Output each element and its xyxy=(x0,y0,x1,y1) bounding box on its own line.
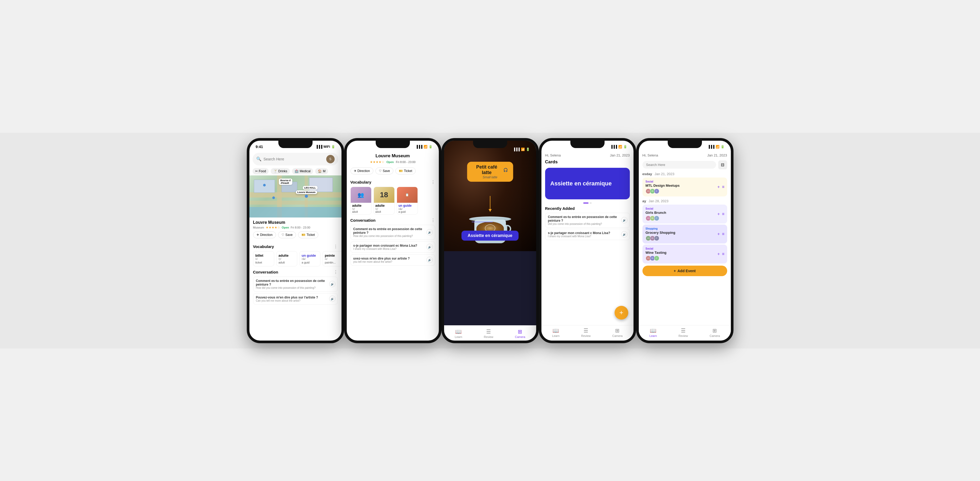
purple-flashcard[interactable]: Assiette en céramique xyxy=(545,168,630,199)
map-pin-louvre xyxy=(305,195,308,198)
p4-conv-0[interactable]: Comment es-tu entrée en possession de ce… xyxy=(545,213,630,228)
list-action-brunch[interactable]: ≡ xyxy=(722,212,724,216)
audio-btn-2-1[interactable]: 🔊 xyxy=(426,244,433,250)
mini-avatar-b3: C xyxy=(654,216,659,221)
add-action-wine[interactable]: + xyxy=(718,252,720,256)
phone-1: 9:41 ▐▐▐ WiFi 🔋 🔍 S ✂ Food 🍸 xyxy=(247,138,344,343)
vocab-img-card-3[interactable]: 📋 un guide /œ̃/ a guid xyxy=(397,187,418,214)
vocab-card-guide[interactable]: un guide /œ̃/ a guid xyxy=(299,251,320,267)
category-medical[interactable]: 🏥 Medical xyxy=(292,168,313,175)
place-name-1: Louvre Museum xyxy=(253,220,338,225)
add-action-grocery[interactable]: + xyxy=(718,232,720,237)
list-action-wine[interactable]: ≡ xyxy=(722,252,724,256)
category-more[interactable]: 🏠 M xyxy=(315,168,328,175)
filter-icon-5[interactable]: ⊟ xyxy=(718,160,727,169)
indicator-line xyxy=(472,222,493,222)
ticket-icon-1: 🎫 xyxy=(302,233,305,237)
vocab-img-card-1[interactable]: 👥 adulte /y/ adult xyxy=(350,187,371,214)
nav-camera-5[interactable]: ⊞ Camera xyxy=(710,327,720,337)
avatar-1: S xyxy=(326,155,335,164)
camera-icon-3: ⊞ xyxy=(518,329,522,335)
date-5: Jan 21, 2023 xyxy=(707,153,727,157)
conv-item-2-1[interactable]: s-je partager mon croissant ec Mona Lisa… xyxy=(350,241,435,253)
vocab-img-card-2[interactable]: 18 adulte /y/ adult xyxy=(374,187,395,214)
direction-button-1[interactable]: ✈ Direction xyxy=(253,232,276,238)
p4-header: Hi, Selena Jan 21, 2023 xyxy=(541,151,633,159)
vocab-card-billet[interactable]: billet /ɪ/ ticket xyxy=(253,251,274,267)
vocab-more-2[interactable]: ⋮ xyxy=(431,179,435,185)
p2-header: Louvre Museum xyxy=(347,151,439,160)
add-action-brunch[interactable]: + xyxy=(718,212,720,216)
wifi-icon-3: 📶 xyxy=(521,148,525,151)
map-area-1[interactable]: Bourse d-Pinault LES HALL Louvre Museum xyxy=(250,175,342,217)
direction-icon-2: ✈ xyxy=(354,169,356,173)
event-card-wine[interactable]: Social Wine Tasting A B C + ≡ xyxy=(643,244,727,264)
food-icon: ✂ xyxy=(255,169,258,173)
hours-1: Fri 8:00 - 23:00 xyxy=(291,226,310,229)
phone-4-content: Hi, Selena Jan 21, 2023 Cards Assiette e… xyxy=(541,151,633,341)
conv-item-2-2[interactable]: uvez-vous m'en dire plus sur artiste ? y… xyxy=(350,254,435,266)
nav-learn-3[interactable]: 📖 Learn xyxy=(455,329,462,338)
date-4: Jan 21, 2023 xyxy=(610,153,630,157)
add-action-meetups[interactable]: + xyxy=(718,185,720,189)
nav-camera-4[interactable]: ⊞ Camera xyxy=(612,327,622,337)
battery-icon-5: 🔋 xyxy=(721,145,725,149)
ticket-button-1[interactable]: 🎫 Ticket xyxy=(298,232,318,238)
date-sublabel-1: Jan 21, 2023 xyxy=(655,172,674,176)
fab-button-4[interactable]: + xyxy=(614,306,628,319)
conv-more-1[interactable]: ⋮ xyxy=(334,270,338,275)
avatar-stack-grocery: A B C xyxy=(646,236,659,241)
nav-learn-4[interactable]: 📖 Learn xyxy=(552,327,560,337)
latte-text: Petit café latte xyxy=(472,164,501,175)
audio-btn-1-0[interactable]: 🔊 xyxy=(329,281,336,287)
audio-btn-4-0[interactable]: 🔊 xyxy=(621,217,627,223)
direction-button-2[interactable]: ✈ Direction xyxy=(350,168,373,175)
search-bar-1[interactable]: 🔍 S xyxy=(253,153,338,165)
category-drinks[interactable]: 🍸 Drinks xyxy=(271,168,290,175)
vocab-img-phonetic-2: /y/ xyxy=(375,208,393,210)
p4-conv-1[interactable]: s-je partager mon croissant c Mona Lisa?… xyxy=(545,229,630,240)
wifi-icon-4: 📶 xyxy=(618,145,622,149)
search-input-5[interactable] xyxy=(643,161,716,168)
nav-review-5[interactable]: ☰ Review xyxy=(678,327,688,337)
nav-learn-5[interactable]: 📖 Learn xyxy=(649,327,657,337)
conv-item-1-0[interactable]: Comment es-tu entrée en possession de ce… xyxy=(253,277,338,292)
audio-btn-4-1[interactable]: 🔊 xyxy=(621,231,627,238)
vocab-section-2: Vocabulary ⋮ xyxy=(347,178,439,186)
add-event-button[interactable]: + Add Event xyxy=(643,266,727,276)
phone-4: ▐▐▐ 📶 🔋 Hi, Selena Jan 21, 2023 Cards As… xyxy=(539,138,636,343)
vocab-card-peinte[interactable]: peinte /ɛ/ paintin... xyxy=(323,251,342,267)
vocab-card-adulte[interactable]: adulte /y/ adult xyxy=(276,251,297,267)
conv-item-1-1[interactable]: Pouvez-vous m'en dire plus sur l'artiste… xyxy=(253,293,338,305)
nav-review-4[interactable]: ☰ Review xyxy=(581,327,591,337)
audio-btn-1-1[interactable]: 🔊 xyxy=(329,295,336,302)
audio-btn-2-2[interactable]: 🔊 xyxy=(426,257,433,263)
review-icon-3: ☰ xyxy=(486,329,491,335)
event-card-grocery[interactable]: Shopping Grocery Shopping A B C + ≡ xyxy=(643,225,727,243)
nav-camera-3[interactable]: ⊞ Camera xyxy=(515,329,525,338)
save-button-1[interactable]: ♡ Save xyxy=(278,232,296,238)
ticket-button-2[interactable]: 🎫 Ticket xyxy=(395,168,416,175)
category-food[interactable]: ✂ Food xyxy=(253,168,269,175)
list-action-meetups[interactable]: ≡ xyxy=(722,185,724,189)
audio-btn-2-0[interactable]: 🔊 xyxy=(426,229,433,235)
camera-icon-5: ⊞ xyxy=(713,327,717,334)
conv-more-2[interactable]: ⋮ xyxy=(431,218,435,223)
learn-label-5: Learn xyxy=(649,334,657,337)
vocab-img-phonetic-1: /y/ xyxy=(352,208,370,210)
nav-review-3[interactable]: ☰ Review xyxy=(484,329,493,338)
conv-item-2-0[interactable]: Comment es-tu entrée en possession de ce… xyxy=(350,225,435,240)
search-input-1[interactable] xyxy=(264,157,324,161)
review-label-4: Review xyxy=(581,334,591,337)
event-card-meetups[interactable]: Social MTL Design Meetups A B C + ≡ xyxy=(643,178,727,197)
save-button-2[interactable]: ♡ Save xyxy=(375,168,393,175)
vocab-more-1[interactable]: ⋮ xyxy=(334,244,338,249)
vocab-phonetic-guide: /œ̃/ xyxy=(302,257,318,260)
event-card-brunch[interactable]: Social Girls Brunch A B C + ≡ xyxy=(643,205,727,224)
phone-2-content: Louvre Museum ★★★★☆ Open Fri 8:00 - 23:0… xyxy=(347,151,439,341)
vocab-cards-2: 👥 adulte /y/ adult 18 adulte /y/ adult xyxy=(347,186,439,216)
event-actions-grocery: + ≡ xyxy=(718,232,725,237)
medical-label: Medical xyxy=(300,169,310,173)
phone-1-content: 🔍 S ✂ Food 🍸 Drinks 🏥 Medical xyxy=(250,151,342,341)
list-action-grocery[interactable]: ≡ xyxy=(722,232,724,237)
